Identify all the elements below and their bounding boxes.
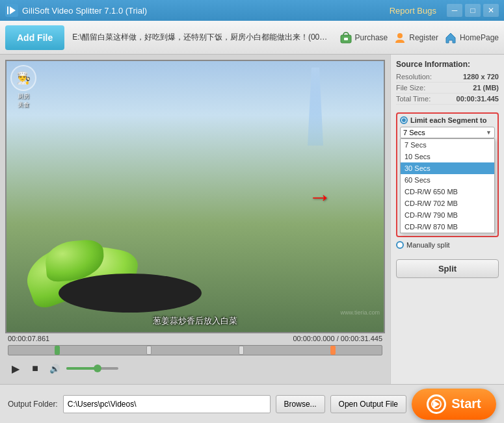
purchase-icon	[339, 31, 353, 45]
minimize-button[interactable]: ─	[447, 4, 462, 17]
time-display: 00:00:07.861 00:00:00.000 / 00:00:31.445	[5, 333, 385, 344]
resolution-label: Resolution:	[396, 73, 432, 81]
app-icon	[5, 4, 18, 17]
volume-slider[interactable]	[66, 367, 118, 370]
seek-marker-end[interactable]	[330, 346, 336, 355]
play-button[interactable]: ▶	[8, 361, 23, 376]
chef-label: 厨房美食	[10, 92, 36, 109]
start-label: Start	[451, 396, 481, 411]
title-bar: GiliSoft Video Splitter 7.1.0 (Trial) Re…	[0, 0, 504, 21]
report-bugs-link[interactable]: Report Bugs	[390, 6, 436, 16]
limit-radio[interactable]	[400, 116, 408, 124]
manually-split-option[interactable]: Manually split	[396, 241, 499, 249]
app-title: GiliSoft Video Splitter 7.1.0 (Trial)	[22, 6, 390, 16]
output-path-input[interactable]	[63, 395, 271, 413]
video-display: 👨‍🍳 厨房美食 → 葱姜蒜炒香后放入白菜 www.tieria.com	[7, 61, 384, 332]
resolution-row: Resolution: 1280 x 720	[396, 71, 499, 83]
maximize-button[interactable]: □	[465, 4, 481, 17]
seek-marker-mid2[interactable]	[239, 346, 244, 355]
totaltime-row: Total Time: 00:00:31.445	[396, 94, 499, 105]
main-content: 👨‍🍳 厨房美食 → 葱姜蒜炒香后放入白菜 www.tieria.com	[0, 55, 504, 384]
filesize-label: File Size:	[396, 84, 425, 92]
register-label: Register	[409, 33, 438, 42]
video-subtitle: 葱姜蒜炒香后放入白菜	[7, 315, 384, 327]
current-time: 00:00:07.861	[8, 335, 49, 342]
volume-button[interactable]: 🔊	[47, 361, 62, 376]
watermark: www.tieria.com	[340, 309, 380, 316]
segment-dropdown-list[interactable]: 7 Secs 10 Secs 30 Secs 60 Secs CD-R/W 65…	[400, 138, 495, 233]
start-icon	[427, 394, 446, 414]
output-label: Output Folder:	[8, 400, 58, 409]
seek-marker-mid1[interactable]	[146, 346, 152, 355]
open-output-button[interactable]: Open Output File	[330, 395, 406, 413]
manually-label: Manually split	[406, 241, 450, 249]
segment-dropdown-wrapper[interactable]: 7 Secs ▼ 7 Secs 10 Secs 30 Secs 60 Secs …	[400, 127, 495, 233]
svg-point-5	[397, 33, 403, 38]
add-file-button[interactable]: Add File	[5, 25, 64, 50]
chef-logo: 👨‍🍳 厨房美食	[10, 65, 36, 109]
option-cdrw870[interactable]: CD-R/W 870 MB	[401, 221, 494, 233]
segment-control: Limit each Segment to 7 Secs ▼ 7 Secs 10…	[396, 112, 499, 249]
seek-bar[interactable]	[8, 345, 382, 355]
start-button[interactable]: Start	[412, 389, 496, 420]
purchase-item[interactable]: Purchase	[339, 31, 388, 45]
register-item[interactable]: Register	[393, 31, 438, 45]
register-icon	[393, 31, 407, 45]
close-button[interactable]: ✕	[483, 4, 499, 17]
video-panel: 👨‍🍳 厨房美食 → 葱姜蒜炒香后放入白菜 www.tieria.com	[0, 55, 390, 384]
toolbar: Add File E:\醋留白菜这样做，好吃到爆，还特别下饭，厨房小白都能做出来…	[0, 21, 504, 55]
totaltime-label: Total Time:	[396, 95, 431, 103]
dropdown-arrow-icon: ▼	[486, 129, 492, 136]
resolution-value: 1280 x 720	[463, 73, 499, 81]
filesize-row: File Size: 21 (MB)	[396, 83, 499, 94]
right-panel: Source Information: Resolution: 1280 x 7…	[390, 55, 504, 384]
totaltime-value: 00:00:31.445	[457, 95, 499, 103]
limit-segment-option[interactable]: Limit each Segment to	[400, 116, 495, 124]
window-controls: ─ □ ✕	[447, 4, 499, 17]
segment-limit-section: Limit each Segment to 7 Secs ▼ 7 Secs 10…	[396, 112, 499, 237]
homepage-icon	[444, 31, 458, 45]
cabbage-visual	[20, 215, 182, 313]
source-info-title: Source Information:	[396, 60, 499, 69]
chef-hat-icon: 👨‍🍳	[10, 65, 36, 91]
purchase-label: Purchase	[355, 33, 388, 42]
limit-label: Limit each Segment to	[410, 116, 486, 124]
option-cdrw790[interactable]: CD-R/W 790 MB	[401, 209, 494, 221]
arrow-indicator: →	[308, 183, 332, 211]
svg-rect-2	[7, 6, 8, 14]
option-60secs[interactable]: 60 Secs	[401, 174, 494, 186]
manually-radio[interactable]	[396, 241, 404, 249]
svg-rect-4	[344, 38, 348, 40]
video-container[interactable]: 👨‍🍳 厨房美食 → 葱姜蒜炒香后放入白菜 www.tieria.com	[5, 60, 385, 333]
dropdown-selected: 7 Secs	[403, 129, 486, 136]
option-30secs[interactable]: 30 Secs	[401, 162, 494, 174]
file-path-label: E:\醋留白菜这样做，好吃到爆，还特别下饭，厨房小白都能做出来！(00003..…	[72, 32, 330, 43]
browse-button[interactable]: Browse...	[276, 395, 325, 413]
seek-marker-start[interactable]	[55, 346, 60, 355]
seek-area[interactable]	[5, 344, 385, 358]
total-time: 00:00:00.000 / 00:00:31.445	[293, 335, 382, 342]
option-7secs[interactable]: 7 Secs	[401, 139, 494, 151]
playback-controls: ▶ ■ 🔊	[5, 358, 385, 379]
toolbar-icons: Purchase Register HomePage	[339, 31, 499, 45]
split-button[interactable]: Split	[396, 259, 499, 278]
filesize-value: 21 (MB)	[473, 84, 499, 92]
option-cdrw702[interactable]: CD-R/W 702 MB	[401, 198, 494, 209]
homepage-label: HomePage	[460, 33, 499, 42]
source-info: Source Information: Resolution: 1280 x 7…	[396, 60, 499, 105]
option-10secs[interactable]: 10 Secs	[401, 151, 494, 162]
stop-button[interactable]: ■	[27, 361, 43, 376]
homepage-item[interactable]: HomePage	[444, 31, 499, 45]
bottom-bar: Output Folder: Browse... Open Output Fil…	[0, 384, 504, 423]
option-cdrw650[interactable]: CD-R/W 650 MB	[401, 186, 494, 198]
